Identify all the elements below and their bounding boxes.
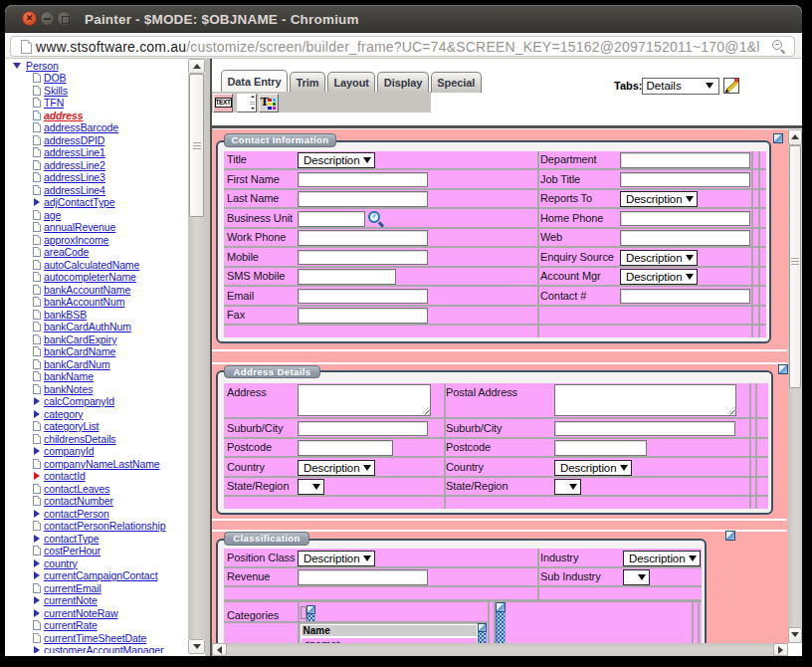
- sidebar-scroll-up-button[interactable]: [188, 59, 205, 74]
- tree-item-label[interactable]: contactId: [44, 470, 86, 482]
- email-input[interactable]: [298, 289, 428, 305]
- subtable-edit-icon[interactable]: [478, 623, 487, 632]
- tree-item[interactable]: DOB: [7, 72, 188, 85]
- tree-item-label[interactable]: bankName: [44, 370, 94, 382]
- fax-input[interactable]: [298, 308, 428, 324]
- tree-item-label[interactable]: annualRevenue: [44, 221, 115, 233]
- tree-item-label[interactable]: calcCompanyId: [44, 395, 114, 407]
- country-select[interactable]: Description: [554, 460, 632, 476]
- tree-item-label[interactable]: contactPersonRelationship: [44, 520, 165, 532]
- tree-item-label[interactable]: bankAccountNum: [44, 296, 124, 308]
- tree-item-label[interactable]: currentNote: [44, 594, 98, 606]
- sms-mobile-input[interactable]: [298, 269, 396, 285]
- tree-item-label[interactable]: currentTimeSheetDate: [44, 632, 146, 644]
- tree-item-label[interactable]: currentNoteRaw: [44, 607, 117, 619]
- sidebar-scrollbar-thumb[interactable]: [189, 74, 204, 217]
- tree-item[interactable]: childrensDetails: [7, 433, 188, 446]
- subtable-handle[interactable]: [478, 632, 487, 644]
- tree-item[interactable]: addressLine2: [7, 159, 188, 172]
- tree-item-label[interactable]: addressLine1: [44, 146, 105, 158]
- builder-tab-special[interactable]: Special: [431, 72, 482, 93]
- country-select[interactable]: Description: [298, 460, 375, 476]
- window-maximize-button[interactable]: [57, 11, 72, 26]
- tree-item-label[interactable]: bankBSB: [44, 309, 87, 321]
- tree-item-label[interactable]: contactLeaves: [44, 483, 109, 495]
- spinner-field-tool-button[interactable]: [237, 94, 257, 112]
- tree-item-label[interactable]: bankCardNum: [44, 358, 110, 370]
- work-phone-input[interactable]: [298, 230, 428, 246]
- tree-item[interactable]: bankName: [7, 370, 188, 383]
- tree-item-label[interactable]: age: [44, 209, 61, 221]
- tree-item[interactable]: category: [7, 408, 188, 421]
- tree-item[interactable]: TFN: [7, 97, 188, 110]
- tree-item[interactable]: contactId: [7, 470, 188, 483]
- builder-tab-trim[interactable]: Trim: [290, 72, 325, 93]
- canvas-scroll-left-button[interactable]: [212, 643, 227, 656]
- canvas-scroll-right-button[interactable]: [773, 643, 788, 656]
- tree-item[interactable]: bankCardAuthNum: [7, 321, 188, 334]
- categories-mini-handle[interactable]: [306, 614, 315, 621]
- window-minimize-button[interactable]: [40, 11, 55, 26]
- tree-item-label[interactable]: companyId: [44, 445, 94, 457]
- canvas-scroll-down-button[interactable]: [788, 627, 802, 644]
- tree-item[interactable]: costPerHour: [7, 545, 188, 557]
- tree-item[interactable]: contactType: [7, 533, 188, 546]
- edit-tabs-pencil-icon[interactable]: [723, 78, 739, 94]
- tree-item-label[interactable]: currentRate: [44, 619, 98, 631]
- tree-item[interactable]: Skills: [7, 85, 188, 98]
- tree-item-label[interactable]: autocompleterName: [44, 271, 136, 283]
- tree-item-label[interactable]: companyNameLastName: [44, 458, 160, 470]
- zoom-out-icon[interactable]: [772, 40, 786, 54]
- tree-item-root[interactable]: Person: [7, 60, 188, 73]
- tree-item-label[interactable]: contactPerson: [44, 508, 109, 520]
- tree-item[interactable]: addressLine4: [7, 184, 188, 197]
- job-title-input[interactable]: [620, 172, 750, 188]
- business-unit-lookup[interactable]: [298, 211, 385, 228]
- home-phone-input[interactable]: [620, 211, 750, 227]
- builder-tab-layout[interactable]: Layout: [327, 72, 375, 93]
- last-name-input[interactable]: [298, 191, 428, 207]
- department-input[interactable]: [620, 152, 750, 168]
- contact-input[interactable]: [620, 289, 750, 305]
- url-text[interactable]: www.stsoftware.com.au/customize/screen/b…: [36, 37, 782, 58]
- tree-item-label[interactable]: TFN: [44, 97, 64, 109]
- tree-item-label[interactable]: bankCardExpiry: [44, 334, 116, 345]
- tree-item-label[interactable]: currentCampaignContact: [44, 569, 158, 581]
- canvas-scroll-up-button[interactable]: [788, 129, 802, 146]
- tree-item[interactable]: currentEmail: [7, 582, 188, 595]
- tree-item[interactable]: contactLeaves: [7, 483, 188, 496]
- categories-edit-icon[interactable]: [306, 605, 315, 614]
- tree-item-label[interactable]: bankCardAuthNum: [44, 321, 131, 333]
- tree-item[interactable]: categoryList: [7, 420, 188, 433]
- tree-item[interactable]: bankCardExpiry: [7, 334, 188, 346]
- tree-item-label[interactable]: bankCardName: [44, 345, 115, 357]
- tree-item-label[interactable]: addressDPID: [44, 134, 104, 146]
- tree-item[interactable]: areaCode: [7, 246, 188, 259]
- tree-item[interactable]: adjContactType: [7, 196, 188, 209]
- sub-industry-select[interactable]: [623, 569, 650, 585]
- text-field-tool-button[interactable]: TEXT: [213, 94, 233, 112]
- tree-item-label[interactable]: costPerHour: [44, 545, 101, 556]
- builder-tab-display[interactable]: Display: [377, 72, 428, 93]
- page-icon[interactable]: [21, 40, 32, 54]
- tree-item[interactable]: country: [7, 557, 188, 570]
- tree-item[interactable]: addressLine1: [7, 146, 188, 159]
- tree-item[interactable]: address: [7, 110, 188, 122]
- lookup-magnifier-icon[interactable]: [368, 211, 385, 228]
- suburb-city-input[interactable]: [298, 421, 428, 437]
- tree-item-label[interactable]: categoryList: [44, 420, 99, 432]
- tree-item[interactable]: bankCardNum: [7, 358, 188, 371]
- tree-item[interactable]: annualRevenue: [7, 221, 188, 234]
- tree-item[interactable]: bankAccountName: [7, 284, 188, 297]
- tree-item-label[interactable]: DOB: [44, 72, 66, 84]
- tree-item-label[interactable]: Skills: [44, 85, 68, 97]
- web-input[interactable]: [620, 230, 750, 246]
- tree-item[interactable]: currentNoteRaw: [7, 607, 188, 620]
- categories-panel-icon[interactable]: [496, 602, 506, 612]
- tree-item-label[interactable]: autoCalculatedName: [44, 259, 139, 271]
- tree-item[interactable]: contactNumber: [7, 495, 188, 508]
- tree-item[interactable]: bankNotes: [7, 383, 188, 396]
- tree-item[interactable]: calcCompanyId: [7, 395, 188, 408]
- address-bar[interactable]: www.stsoftware.com.au/customize/screen/b…: [10, 36, 795, 57]
- tree-item[interactable]: autocompleterName: [7, 271, 188, 284]
